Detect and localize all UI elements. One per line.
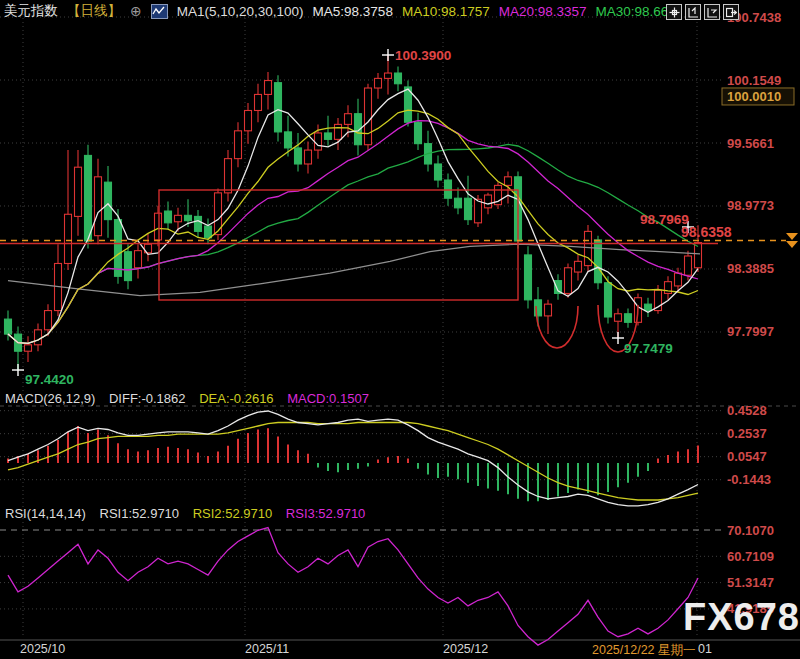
chart-type-icon[interactable] bbox=[151, 4, 168, 19]
drawn-arc bbox=[536, 306, 578, 348]
axis-value-label: 0.4528 bbox=[727, 403, 767, 418]
axis-scale-left-icon[interactable] bbox=[685, 4, 701, 20]
ma30-value-label: MA30:98.663 bbox=[596, 4, 676, 19]
candle-body bbox=[545, 304, 552, 316]
candle-body bbox=[605, 283, 612, 317]
candle-body bbox=[285, 132, 292, 148]
candle-body bbox=[275, 83, 282, 132]
candle-body bbox=[105, 182, 112, 219]
annotation-label: 97.7479 bbox=[624, 341, 673, 356]
price-axis-labels: 100.7438100.154999.566198.977398.388597.… bbox=[722, 10, 794, 617]
rsi-panel bbox=[8, 528, 698, 646]
axis-month-label: 2025/10 bbox=[20, 642, 65, 656]
axis-month-label: 2025/12 bbox=[443, 642, 488, 656]
candlestick-series[interactable] bbox=[5, 55, 702, 371]
candle-body bbox=[135, 251, 142, 268]
candle-body bbox=[265, 81, 272, 95]
axis-value-label: -0.1443 bbox=[727, 472, 771, 487]
candle-body bbox=[155, 213, 162, 240]
macd-indicator-row: MACD(26,12,9) DIFF:-0.1862 DEA:-0.2616 M… bbox=[5, 391, 379, 406]
axis-value-label: 60.7109 bbox=[727, 549, 774, 564]
annotation-label: 98.6358 bbox=[681, 224, 732, 240]
candle-body bbox=[95, 177, 102, 236]
candle-body bbox=[685, 256, 692, 275]
rsi-line bbox=[8, 528, 698, 646]
rsi2-value: RSI2:52.9710 bbox=[193, 506, 273, 521]
macd-macd-value: MACD:0.1507 bbox=[287, 391, 369, 406]
chart-app-window: 100.390097.442097.747998.796998.6358100.… bbox=[0, 0, 800, 659]
axis-value-label: 100.1549 bbox=[727, 73, 781, 88]
candle-body bbox=[5, 319, 12, 334]
candle-body bbox=[75, 167, 82, 216]
rsi-indicator-row: RSI(14,14,14) RSI1:52.9710 RSI2:52.9710 … bbox=[5, 506, 375, 521]
candle-body bbox=[365, 88, 372, 145]
candle-body bbox=[35, 330, 42, 345]
candle-body bbox=[455, 198, 462, 208]
candle-body bbox=[435, 164, 442, 180]
candle-body bbox=[615, 314, 622, 321]
macd-diff-value: DIFF:-0.1862 bbox=[109, 391, 186, 406]
candle-body bbox=[625, 314, 632, 323]
time-axis[interactable]: 2025/10 2025/11 2025/12 2025/12/22 星期一 0… bbox=[0, 641, 800, 659]
axis-value-label: 51.3147 bbox=[727, 575, 774, 590]
ma10-value-label: MA10:98.1757 bbox=[402, 4, 490, 19]
symbol-title: 美元指数 bbox=[4, 2, 58, 20]
candle-body bbox=[175, 215, 182, 221]
axis-scale-right-icon[interactable] bbox=[704, 4, 720, 20]
candle-body bbox=[165, 211, 172, 223]
add-indicator-icon[interactable]: ⊕ bbox=[130, 3, 142, 19]
ma20-value-label: MA20:98.3357 bbox=[499, 4, 587, 19]
candle-body bbox=[255, 94, 262, 110]
candle-body bbox=[115, 220, 122, 277]
axis-crosshair-date-label: 2025/12/22 星期一 bbox=[592, 642, 696, 659]
ma-settings-label[interactable]: MA1(5,10,20,30,100) bbox=[177, 4, 304, 19]
chart-toolbar bbox=[666, 4, 739, 20]
rsi-params-label[interactable]: RSI(14,14,14) bbox=[5, 506, 86, 521]
candle-body bbox=[415, 122, 422, 143]
candle-body bbox=[305, 150, 312, 164]
candle-body bbox=[245, 110, 252, 130]
candle-body bbox=[65, 214, 72, 263]
axis-value-label: 100.0010 bbox=[727, 89, 781, 104]
candle-body bbox=[385, 73, 392, 78]
axis-value-label: 70.1070 bbox=[727, 523, 774, 538]
price-chart-canvas[interactable]: 100.390097.442097.747998.796998.6358100.… bbox=[0, 0, 800, 659]
candle-body bbox=[445, 180, 452, 198]
axis-value-label: 99.5661 bbox=[727, 136, 774, 151]
axis-value-label: 0.2537 bbox=[727, 426, 767, 441]
candle-body bbox=[225, 159, 232, 193]
candle-body bbox=[645, 304, 652, 310]
candle-body bbox=[45, 311, 52, 330]
candle-body bbox=[675, 273, 682, 286]
candle-body bbox=[465, 198, 472, 219]
price-marker-arrow bbox=[786, 241, 798, 248]
macd-params-label[interactable]: MACD(26,12,9) bbox=[5, 391, 95, 406]
candle-body bbox=[525, 255, 532, 300]
shift-right-icon[interactable] bbox=[723, 4, 739, 20]
macd-dea-value: DEA:-0.2616 bbox=[199, 391, 273, 406]
period-label[interactable]: 【日线】 bbox=[67, 2, 121, 20]
candle-body bbox=[395, 73, 402, 84]
drawing-annotations[interactable]: 100.390097.442097.747998.796998.6358 bbox=[0, 48, 798, 387]
candle-body bbox=[565, 268, 572, 294]
candle-body bbox=[25, 345, 32, 351]
candle-body bbox=[485, 195, 492, 208]
ma20-line bbox=[8, 121, 698, 344]
candle-body bbox=[185, 215, 192, 220]
candle-body bbox=[595, 240, 602, 283]
candle-body bbox=[345, 114, 352, 125]
candle-body bbox=[195, 216, 202, 231]
candle-body bbox=[335, 124, 342, 139]
candle-body bbox=[125, 252, 132, 281]
macd-diff-line bbox=[8, 411, 698, 506]
ma10-line bbox=[8, 110, 698, 343]
candle-body bbox=[505, 177, 512, 186]
pan-move-icon[interactable] bbox=[666, 4, 682, 20]
candle-body bbox=[295, 148, 302, 164]
axis-value-label: 98.3885 bbox=[727, 261, 774, 276]
macd-panel bbox=[8, 411, 698, 506]
candle-body bbox=[235, 131, 242, 159]
rsi1-value: RSI1:52.9710 bbox=[100, 506, 180, 521]
candle-body bbox=[85, 155, 92, 241]
axis-value-label: 98.9773 bbox=[727, 198, 774, 213]
